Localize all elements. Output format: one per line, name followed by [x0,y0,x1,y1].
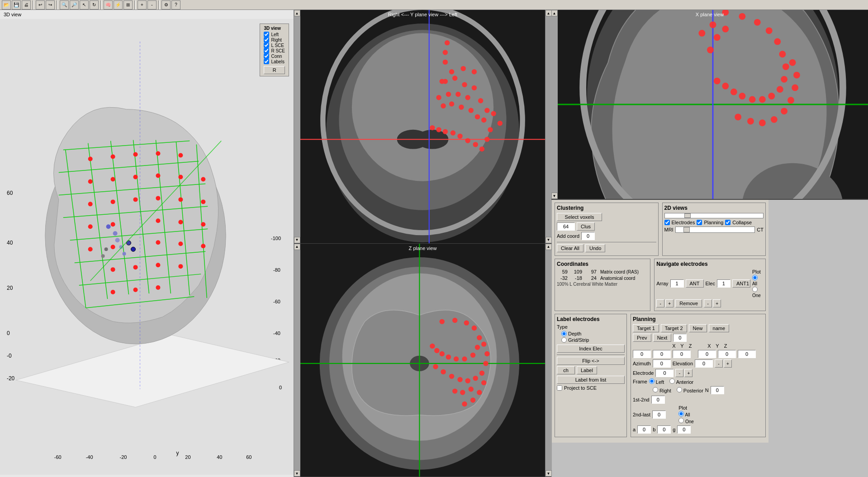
legend-cb-rsce[interactable] [264,48,269,53]
gamma-input[interactable] [677,425,691,434]
elec-pl-plus[interactable]: + [684,369,693,377]
plan-all-radio[interactable] [678,411,684,416]
frame-posterior-radio[interactable] [677,387,682,392]
legend-r-button[interactable]: R [264,66,285,74]
legend-cb-right[interactable] [264,37,269,43]
mri-z-canvas[interactable] [300,244,545,477]
mri-y-canvas[interactable] [300,10,545,243]
elevation-input[interactable] [695,359,713,368]
ant-button[interactable]: ANT [686,279,704,288]
t1-z-input[interactable] [673,350,691,358]
add-coord-input[interactable] [581,232,595,240]
toolbar-icon-zoom-in[interactable]: 🔍 [60,0,69,9]
project-sce-checkbox[interactable] [557,385,562,391]
toolbar-icon-electrode[interactable]: ⚡ [114,0,123,9]
az-plus[interactable]: + [724,359,732,368]
next-button[interactable]: Next [653,334,672,342]
legend-cb-lsce[interactable] [264,43,269,48]
label-from-list-button[interactable]: Label from list [557,376,625,384]
new-button[interactable]: New [689,324,707,332]
scroll-track[interactable] [294,16,300,237]
scroll-z-down-r[interactable]: ▼ [545,470,552,477]
array-minus[interactable]: - [656,299,664,307]
index-elec-button[interactable]: Index Elec [557,345,625,353]
beta-input[interactable] [657,425,671,434]
first-last-input[interactable] [651,396,665,404]
legend-cb-left[interactable] [264,32,269,37]
target1-button[interactable]: Target 1 [633,324,659,332]
scroll-x-down[interactable]: ▼ [551,193,558,199]
toolbar-icon-redo[interactable]: ↪ [46,0,55,9]
plot-all-radio[interactable] [752,275,758,280]
grid-radio[interactable] [561,337,567,343]
clear-all-button[interactable]: Clear All [557,244,583,252]
mri-z-plane[interactable]: Z plane view ▲ ▼ [294,244,551,477]
depth-radio[interactable] [561,331,567,336]
remove-button[interactable]: Remove [675,299,702,307]
scroll-up-arrow-r[interactable]: ▲ [545,10,552,16]
toolbar-icon-grid[interactable]: ⊞ [123,0,133,9]
frame-left-radio[interactable] [649,378,655,384]
mri-y-scroll-left[interactable]: ▲ ▼ [294,10,300,243]
frame-anterior-radio[interactable] [669,378,675,384]
ch-button[interactable]: ch [557,366,575,374]
elec-pl-minus[interactable]: - [675,369,683,377]
toolbar-icon-pointer[interactable]: ↖ [80,0,89,9]
mri-y-scroll-right[interactable]: ▲ ▼ [545,10,551,243]
undo-button[interactable]: Undo [585,244,605,252]
collapse-checkbox[interactable] [725,220,730,225]
plot-one-radio[interactable] [752,287,758,292]
t2-z-input[interactable] [738,350,756,358]
flip-button[interactable]: Flip <-> [557,357,625,365]
clus-input[interactable] [557,222,575,231]
electrode-input[interactable] [655,369,674,377]
n-input[interactable] [711,386,724,394]
scroll-down-arrow[interactable]: ▼ [294,237,300,243]
views2d-slider[interactable] [664,213,764,218]
next-val-input[interactable] [673,334,687,342]
scroll-down-arrow-r[interactable]: ▼ [545,237,552,243]
toolbar-icon-zoom-out[interactable]: 🔎 [70,0,79,9]
electrodes-checkbox[interactable] [664,220,670,225]
toolbar-icon-print[interactable]: 🖨 [22,0,31,9]
alpha-input[interactable] [637,425,651,434]
elec-minus[interactable]: - [704,299,712,307]
legend-cb-labels[interactable] [264,59,269,64]
scroll-z-up-r[interactable]: ▲ [545,244,552,250]
mri-z-scroll-left[interactable]: ▲ ▼ [294,244,300,477]
mri-x-scroll-left[interactable]: ▲ ▼ [551,10,558,199]
scroll-z-track-r[interactable] [545,250,552,471]
elec-plus[interactable]: + [713,299,721,307]
clus-button[interactable]: Clus [577,222,595,231]
array-plus[interactable]: + [665,299,674,307]
planning-checkbox[interactable] [697,220,702,225]
name-button[interactable]: name [709,324,730,332]
toolbar-icon-rotate[interactable]: ↻ [90,0,99,9]
frame-right-radio[interactable] [653,387,658,392]
toolbar-icon-undo[interactable]: ↩ [36,0,45,9]
scroll-track-r[interactable] [545,16,552,237]
toolbar-icon-help[interactable]: ? [171,0,180,9]
prev-button[interactable]: Prev [633,334,651,342]
t1-x-input[interactable] [633,350,651,358]
az-minus[interactable]: - [715,359,723,368]
scroll-z-down[interactable]: ▼ [294,470,300,477]
toolbar-icon-remove[interactable]: - [147,0,157,9]
label-button[interactable]: Label [577,366,597,374]
toolbar-icon-settings[interactable]: ⚙ [161,0,171,9]
scroll-z-track[interactable] [294,250,300,471]
toolbar-icon-add[interactable]: + [138,0,147,9]
mri-z-scroll-right[interactable]: ▲ ▼ [545,244,551,477]
legend-cb-conn[interactable] [264,53,269,59]
mri-x-canvas[interactable] [558,10,868,199]
t1-y-input[interactable] [653,350,671,358]
toolbar-icon-brain[interactable]: 🧠 [104,0,113,9]
ant1-button[interactable]: ANT1 [732,279,750,288]
t2-x-input[interactable] [698,350,716,358]
toolbar-icon-save[interactable]: 💾 [12,0,21,9]
mri-ct-slider[interactable] [675,227,755,233]
mri-x-plane[interactable]: X plane view ▲ ▼ [551,10,868,200]
brain-3d-view[interactable]: y 60 40 20 0 -0 -20 -60 -40 -20 0 20 40 … [0,19,294,475]
t2-y-input[interactable] [718,350,736,358]
scroll-up-arrow[interactable]: ▲ [294,10,300,16]
